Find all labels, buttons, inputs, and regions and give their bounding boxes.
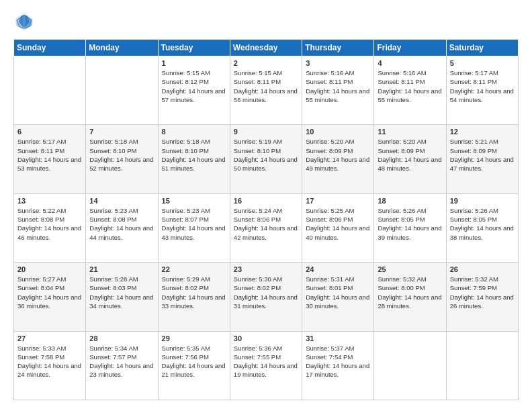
day-number: 10 xyxy=(306,128,370,136)
cell-info: Sunrise: 5:16 AMSunset: 8:11 PMDaylight:… xyxy=(378,68,442,104)
calendar-cell: 11Sunrise: 5:20 AMSunset: 8:09 PMDayligh… xyxy=(374,125,446,193)
day-number: 2 xyxy=(234,59,298,67)
weekday-wednesday: Wednesday xyxy=(230,40,302,56)
day-number: 31 xyxy=(306,334,370,342)
cell-info: Sunrise: 5:35 AMSunset: 7:56 PMDaylight:… xyxy=(162,344,226,379)
calendar-cell: 25Sunrise: 5:32 AMSunset: 8:00 PMDayligh… xyxy=(374,263,446,331)
day-number: 24 xyxy=(306,265,370,273)
calendar-cell: 12Sunrise: 5:21 AMSunset: 8:09 PMDayligh… xyxy=(446,125,518,193)
cell-info: Sunrise: 5:18 AMSunset: 8:10 PMDaylight:… xyxy=(89,137,154,173)
week-row-4: 20Sunrise: 5:27 AMSunset: 8:04 PMDayligh… xyxy=(14,263,519,331)
calendar-cell: 26Sunrise: 5:32 AMSunset: 7:59 PMDayligh… xyxy=(446,263,518,331)
cell-info: Sunrise: 5:15 AMSunset: 8:11 PMDaylight:… xyxy=(234,68,298,104)
day-number: 21 xyxy=(89,265,154,273)
day-number: 22 xyxy=(162,265,226,273)
day-number: 18 xyxy=(378,197,442,205)
day-number: 25 xyxy=(378,265,442,273)
weekday-sunday: Sunday xyxy=(14,40,86,56)
cell-info: Sunrise: 5:20 AMSunset: 8:09 PMDaylight:… xyxy=(378,137,442,173)
weekday-friday: Friday xyxy=(374,40,446,56)
cell-info: Sunrise: 5:28 AMSunset: 8:03 PMDaylight:… xyxy=(89,275,154,310)
day-number: 27 xyxy=(17,334,82,342)
calendar-cell xyxy=(374,331,446,400)
calendar-cell: 1Sunrise: 5:15 AMSunset: 8:12 PMDaylight… xyxy=(158,56,230,125)
calendar-cell xyxy=(14,56,86,125)
cell-info: Sunrise: 5:15 AMSunset: 8:12 PMDaylight:… xyxy=(162,68,226,104)
day-number: 13 xyxy=(17,197,82,205)
calendar-cell: 21Sunrise: 5:28 AMSunset: 8:03 PMDayligh… xyxy=(86,263,158,331)
cell-info: Sunrise: 5:23 AMSunset: 8:07 PMDaylight:… xyxy=(162,206,226,242)
day-number: 1 xyxy=(162,59,226,67)
calendar-cell: 6Sunrise: 5:17 AMSunset: 8:11 PMDaylight… xyxy=(14,125,86,193)
calendar-cell: 24Sunrise: 5:31 AMSunset: 8:01 PMDayligh… xyxy=(302,263,374,331)
day-number: 8 xyxy=(162,128,226,136)
cell-info: Sunrise: 5:26 AMSunset: 8:05 PMDaylight:… xyxy=(378,206,442,242)
calendar-cell: 5Sunrise: 5:17 AMSunset: 8:11 PMDaylight… xyxy=(446,56,518,125)
day-number: 20 xyxy=(17,265,82,273)
day-number: 30 xyxy=(234,334,298,342)
cell-info: Sunrise: 5:19 AMSunset: 8:10 PMDaylight:… xyxy=(234,137,298,173)
calendar-cell: 9Sunrise: 5:19 AMSunset: 8:10 PMDaylight… xyxy=(230,125,302,193)
cell-info: Sunrise: 5:32 AMSunset: 8:00 PMDaylight:… xyxy=(378,275,442,310)
calendar-cell: 23Sunrise: 5:30 AMSunset: 8:02 PMDayligh… xyxy=(230,263,302,331)
day-number: 11 xyxy=(378,128,442,136)
cell-info: Sunrise: 5:24 AMSunset: 8:06 PMDaylight:… xyxy=(234,206,298,242)
week-row-3: 13Sunrise: 5:22 AMSunset: 8:08 PMDayligh… xyxy=(14,193,519,262)
calendar-cell: 8Sunrise: 5:18 AMSunset: 8:10 PMDaylight… xyxy=(158,125,230,193)
calendar-cell: 13Sunrise: 5:22 AMSunset: 8:08 PMDayligh… xyxy=(14,193,86,262)
weekday-monday: Monday xyxy=(86,40,158,56)
cell-info: Sunrise: 5:17 AMSunset: 8:11 PMDaylight:… xyxy=(17,137,82,173)
calendar-cell: 14Sunrise: 5:23 AMSunset: 8:08 PMDayligh… xyxy=(86,193,158,262)
calendar-cell: 17Sunrise: 5:25 AMSunset: 8:06 PMDayligh… xyxy=(302,193,374,262)
cell-info: Sunrise: 5:30 AMSunset: 8:02 PMDaylight:… xyxy=(234,275,298,310)
cell-info: Sunrise: 5:32 AMSunset: 7:59 PMDaylight:… xyxy=(450,275,515,310)
calendar-cell: 30Sunrise: 5:36 AMSunset: 7:55 PMDayligh… xyxy=(230,331,302,400)
weekday-header-row: SundayMondayTuesdayWednesdayThursdayFrid… xyxy=(14,40,519,56)
logo xyxy=(13,11,38,32)
weekday-tuesday: Tuesday xyxy=(158,40,230,56)
day-number: 5 xyxy=(450,59,515,67)
calendar-cell: 27Sunrise: 5:33 AMSunset: 7:58 PMDayligh… xyxy=(14,331,86,400)
day-number: 6 xyxy=(17,128,82,136)
week-row-2: 6Sunrise: 5:17 AMSunset: 8:11 PMDaylight… xyxy=(14,125,519,193)
calendar-cell: 15Sunrise: 5:23 AMSunset: 8:07 PMDayligh… xyxy=(158,193,230,262)
logo-icon xyxy=(13,11,35,32)
cell-info: Sunrise: 5:21 AMSunset: 8:09 PMDaylight:… xyxy=(450,137,515,173)
week-row-1: 1Sunrise: 5:15 AMSunset: 8:12 PMDaylight… xyxy=(14,56,519,125)
cell-info: Sunrise: 5:34 AMSunset: 7:57 PMDaylight:… xyxy=(89,344,154,379)
cell-info: Sunrise: 5:22 AMSunset: 8:08 PMDaylight:… xyxy=(17,206,82,242)
calendar-cell: 10Sunrise: 5:20 AMSunset: 8:09 PMDayligh… xyxy=(302,125,374,193)
cell-info: Sunrise: 5:31 AMSunset: 8:01 PMDaylight:… xyxy=(306,275,370,310)
calendar-cell: 3Sunrise: 5:16 AMSunset: 8:11 PMDaylight… xyxy=(302,56,374,125)
cell-info: Sunrise: 5:29 AMSunset: 8:02 PMDaylight:… xyxy=(162,275,226,310)
calendar-cell: 22Sunrise: 5:29 AMSunset: 8:02 PMDayligh… xyxy=(158,263,230,331)
day-number: 14 xyxy=(89,197,154,205)
cell-info: Sunrise: 5:26 AMSunset: 8:05 PMDaylight:… xyxy=(450,206,515,242)
cell-info: Sunrise: 5:33 AMSunset: 7:58 PMDaylight:… xyxy=(17,344,82,379)
day-number: 29 xyxy=(162,334,226,342)
day-number: 26 xyxy=(450,265,515,273)
weekday-thursday: Thursday xyxy=(302,40,374,56)
day-number: 28 xyxy=(89,334,154,342)
calendar-cell: 20Sunrise: 5:27 AMSunset: 8:04 PMDayligh… xyxy=(14,263,86,331)
weekday-saturday: Saturday xyxy=(446,40,518,56)
day-number: 15 xyxy=(162,197,226,205)
calendar-cell: 29Sunrise: 5:35 AMSunset: 7:56 PMDayligh… xyxy=(158,331,230,400)
day-number: 17 xyxy=(306,197,370,205)
day-number: 4 xyxy=(378,59,442,67)
calendar-cell: 7Sunrise: 5:18 AMSunset: 8:10 PMDaylight… xyxy=(86,125,158,193)
calendar-cell: 19Sunrise: 5:26 AMSunset: 8:05 PMDayligh… xyxy=(446,193,518,262)
day-number: 7 xyxy=(89,128,154,136)
cell-info: Sunrise: 5:16 AMSunset: 8:11 PMDaylight:… xyxy=(306,68,370,104)
day-number: 9 xyxy=(234,128,298,136)
cell-info: Sunrise: 5:27 AMSunset: 8:04 PMDaylight:… xyxy=(17,275,82,310)
week-row-5: 27Sunrise: 5:33 AMSunset: 7:58 PMDayligh… xyxy=(14,331,519,400)
day-number: 3 xyxy=(306,59,370,67)
day-number: 23 xyxy=(234,265,298,273)
calendar-cell: 28Sunrise: 5:34 AMSunset: 7:57 PMDayligh… xyxy=(86,331,158,400)
calendar-cell: 16Sunrise: 5:24 AMSunset: 8:06 PMDayligh… xyxy=(230,193,302,262)
calendar-cell: 18Sunrise: 5:26 AMSunset: 8:05 PMDayligh… xyxy=(374,193,446,262)
calendar-table: SundayMondayTuesdayWednesdayThursdayFrid… xyxy=(13,39,519,400)
calendar-cell xyxy=(446,331,518,400)
cell-info: Sunrise: 5:17 AMSunset: 8:11 PMDaylight:… xyxy=(450,68,515,104)
